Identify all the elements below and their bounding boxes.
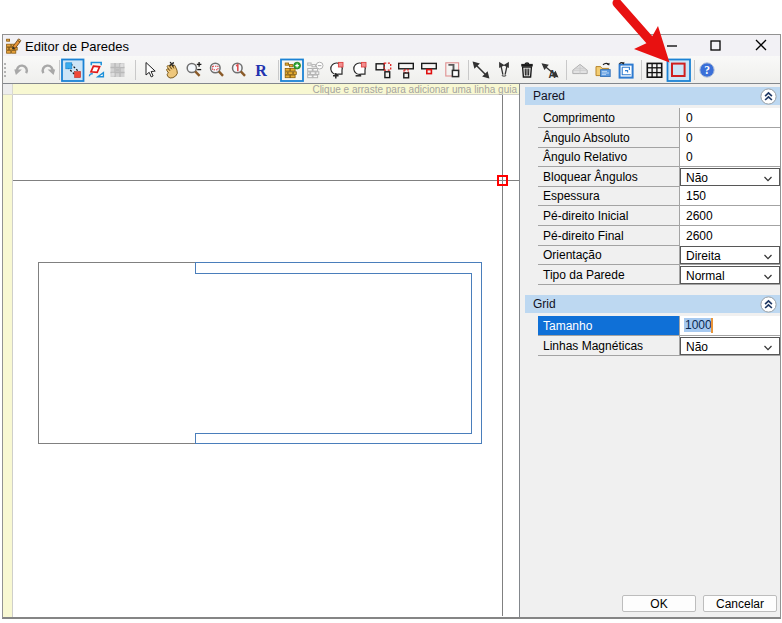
svg-text:R: R <box>255 62 267 79</box>
svg-text:A: A <box>549 69 556 80</box>
